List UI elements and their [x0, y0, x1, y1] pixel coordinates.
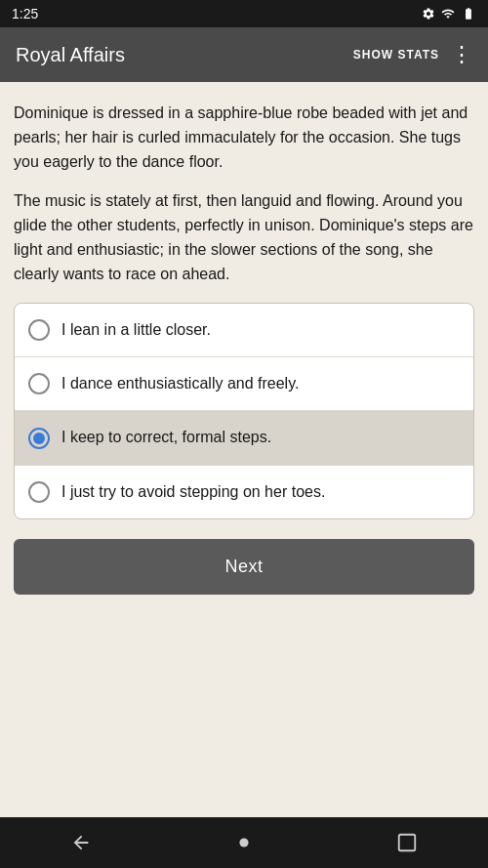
nav-bar — [0, 817, 488, 868]
gear-icon — [422, 7, 435, 21]
status-bar: 1:25 — [0, 0, 488, 27]
svg-point-0 — [239, 838, 248, 847]
choice-item-3[interactable]: I keep to correct, formal steps. — [15, 411, 473, 465]
story-paragraph-2: The music is stately at first, then lang… — [14, 189, 474, 286]
app-title: Royal Affairs — [16, 44, 342, 66]
choice-item-4[interactable]: I just try to avoid stepping on her toes… — [15, 466, 473, 518]
status-icons — [422, 7, 476, 21]
recents-nav-icon[interactable] — [396, 832, 418, 853]
choice-label-1: I lean in a little closer. — [61, 319, 211, 341]
app-bar: Royal Affairs SHOW STATS ⋮ — [0, 27, 488, 82]
show-stats-button[interactable]: SHOW STATS — [353, 48, 439, 62]
radio-inner-3 — [33, 433, 45, 444]
story-text: Dominique is dressed in a sapphire-blue … — [14, 102, 474, 287]
radio-button-1[interactable] — [28, 319, 50, 341]
radio-button-4[interactable] — [28, 481, 50, 503]
back-nav-icon[interactable] — [70, 832, 92, 853]
story-paragraph-1: Dominique is dressed in a sapphire-blue … — [14, 102, 474, 174]
choices-container: I lean in a little closer. I dance enthu… — [14, 303, 474, 520]
status-time: 1:25 — [12, 6, 38, 21]
battery-icon — [461, 7, 476, 21]
signal-icon — [441, 7, 455, 21]
main-content: Dominique is dressed in a sapphire-blue … — [0, 82, 488, 817]
choice-label-3: I keep to correct, formal steps. — [61, 427, 271, 448]
choice-item-1[interactable]: I lean in a little closer. — [15, 304, 473, 357]
choice-item-2[interactable]: I dance enthusiastically and freely. — [15, 357, 473, 411]
radio-button-2[interactable] — [28, 373, 50, 394]
choice-label-2: I dance enthusiastically and freely. — [61, 373, 299, 394]
choice-label-4: I just try to avoid stepping on her toes… — [61, 481, 325, 503]
svg-rect-1 — [398, 835, 415, 851]
radio-button-3[interactable] — [28, 428, 50, 449]
home-nav-icon[interactable] — [233, 832, 255, 853]
more-options-button[interactable]: ⋮ — [451, 44, 472, 65]
next-button[interactable]: Next — [14, 539, 474, 595]
